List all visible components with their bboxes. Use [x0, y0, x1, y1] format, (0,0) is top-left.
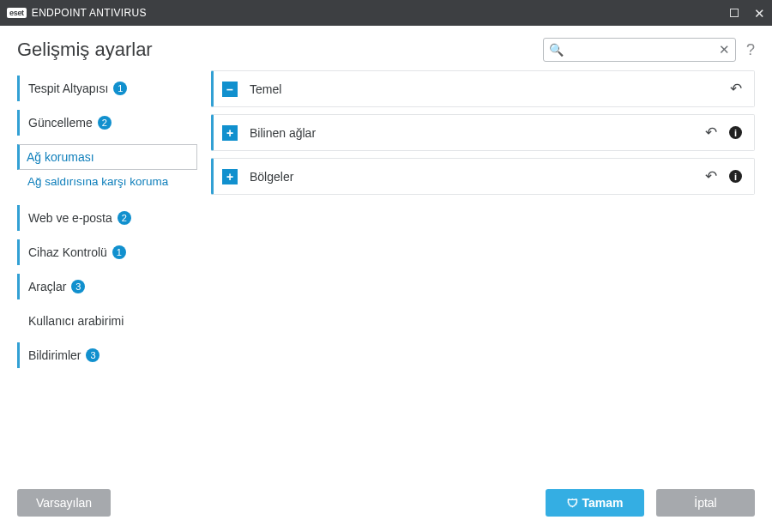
sidebar-item-web-email[interactable]: Web ve e-posta 2 — [17, 205, 197, 231]
footer: Varsayılan 🛡 Tamam İptal — [0, 477, 772, 532]
info-icon[interactable]: i — [729, 126, 742, 139]
count-badge: 1 — [113, 82, 127, 95]
expand-icon[interactable] — [222, 169, 238, 184]
count-badge: 1 — [112, 245, 126, 259]
sidebar-item-label: Bildirimler — [28, 348, 81, 362]
sidebar-item-update[interactable]: Güncelleme 2 — [17, 110, 197, 136]
sidebar-item-detection-engine[interactable]: Tespit Altyapısı 1 — [17, 76, 197, 101]
sidebar: Tespit Altyapısı 1 Güncelleme 2 Ağ korum… — [17, 70, 197, 491]
content: Temel ↶ Bilinen ağlar ↶ i Bölgeler ↶ i — [197, 70, 755, 491]
sidebar-item-label: Güncelleme — [28, 116, 93, 130]
cancel-button[interactable]: İptal — [656, 489, 755, 517]
sidebar-item-label: Ağ koruması — [27, 150, 94, 164]
close-icon[interactable]: ✕ — [754, 7, 765, 20]
panel-title: Bilinen ağlar — [250, 126, 316, 140]
undo-icon[interactable]: ↶ — [705, 167, 717, 185]
sidebar-item-device-control[interactable]: Cihaz Kontrolü 1 — [17, 239, 197, 265]
titlebar: eset ENDPOINT ANTIVIRUS ✕ — [0, 0, 772, 26]
sidebar-subitem-network-attack-protection[interactable]: Ağ saldırısına karşı koruma — [17, 172, 197, 193]
brand-badge: eset — [7, 8, 27, 18]
count-badge: 3 — [86, 348, 100, 362]
ok-button-label: Tamam — [582, 496, 624, 510]
window-controls: ✕ — [730, 6, 765, 20]
sidebar-item-user-interface[interactable]: Kullanıcı arabirimi — [17, 308, 197, 334]
panel-basic[interactable]: Temel ↶ — [211, 70, 755, 107]
shield-icon: 🛡 — [567, 497, 578, 510]
ok-button[interactable]: 🛡 Tamam — [546, 489, 644, 517]
page-title: Gelişmiş ayarlar — [17, 39, 153, 61]
sidebar-item-label: Tespit Altyapısı — [28, 82, 108, 95]
app-title: ENDPOINT ANTIVIRUS — [32, 7, 147, 19]
sidebar-item-label: Web ve e-posta — [28, 211, 112, 225]
info-icon[interactable]: i — [729, 170, 742, 183]
sidebar-item-tools[interactable]: Araçlar 3 — [17, 274, 197, 299]
sidebar-item-notifications[interactable]: Bildirimler 3 — [17, 342, 197, 368]
search-input[interactable] — [567, 44, 719, 57]
defaults-button[interactable]: Varsayılan — [17, 489, 111, 517]
clear-search-icon[interactable]: ✕ — [719, 42, 730, 57]
count-badge: 2 — [98, 116, 112, 130]
panel-title: Temel — [250, 82, 281, 96]
panel-zones[interactable]: Bölgeler ↶ i — [211, 158, 755, 195]
sidebar-item-network-protection[interactable]: Ağ koruması — [17, 144, 197, 170]
sidebar-item-label: Kullanıcı arabirimi — [28, 314, 124, 328]
expand-icon[interactable] — [222, 125, 238, 141]
maximize-icon[interactable] — [730, 6, 739, 20]
sidebar-item-label: Araçlar — [28, 280, 66, 293]
panel-known-networks[interactable]: Bilinen ağlar ↶ i — [211, 114, 755, 151]
count-badge: 3 — [71, 280, 85, 293]
help-icon[interactable]: ? — [746, 41, 755, 59]
collapse-icon[interactable] — [222, 82, 238, 97]
sidebar-item-label: Cihaz Kontrolü — [28, 245, 107, 259]
count-badge: 2 — [118, 211, 131, 225]
search-icon: 🔍 — [549, 43, 564, 57]
undo-icon[interactable]: ↶ — [730, 80, 742, 98]
header: Gelişmiş ayarlar 🔍 ✕ ? — [0, 26, 772, 70]
search-box[interactable]: 🔍 ✕ — [543, 38, 736, 62]
panel-title: Bölgeler — [250, 170, 293, 184]
undo-icon[interactable]: ↶ — [705, 124, 717, 142]
